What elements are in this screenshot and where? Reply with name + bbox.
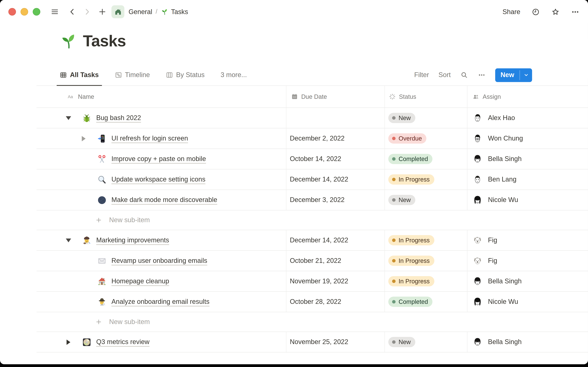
table-row[interactable]: Q3 metrics review November 25, 2022 New … [36, 332, 588, 352]
hamburger-menu-icon[interactable] [49, 6, 61, 18]
assign-cell[interactable]: Fig [467, 251, 588, 271]
due-date-cell[interactable]: December 14, 2022 [286, 169, 384, 190]
task-title[interactable]: Revamp user onboarding emails [112, 257, 207, 265]
column-header-assign[interactable]: Assign [467, 86, 588, 108]
task-title[interactable]: Marketing improvements [96, 236, 169, 244]
assign-cell[interactable]: Ben Lang [467, 169, 588, 190]
table-row[interactable]: Update workspace setting icons December … [36, 169, 588, 190]
clock-history-icon[interactable] [531, 7, 540, 16]
status-cell[interactable]: New [384, 332, 467, 352]
toggle-icon [81, 156, 86, 162]
status-cell[interactable]: Overdue [384, 128, 467, 149]
status-pill[interactable]: In Progress [388, 235, 434, 245]
column-header-due-date[interactable]: Due Date [286, 86, 384, 108]
tab-by-status[interactable]: By Status [163, 65, 208, 86]
task-title[interactable]: Analyze onboarding email results [112, 298, 209, 306]
table-row[interactable]: Marketing improvements December 14, 2022… [36, 230, 588, 251]
status-pill[interactable]: In Progress [388, 256, 434, 266]
table-row[interactable]: Make dark mode more discoverable Decembe… [36, 190, 588, 210]
task-title[interactable]: Improve copy + paste on mobile [112, 155, 206, 163]
table-row[interactable]: Improve copy + paste on mobile October 1… [36, 149, 588, 169]
table-row[interactable]: Analyze onboarding email results October… [36, 292, 588, 312]
zoom-button[interactable] [33, 8, 40, 16]
beetle-icon [82, 113, 92, 123]
toggle-collapsed-icon[interactable] [66, 339, 71, 345]
task-title[interactable]: Update workspace setting icons [112, 175, 206, 184]
assign-cell[interactable]: Bella Singh [467, 149, 588, 169]
status-pill[interactable]: New [388, 113, 415, 123]
due-date-cell[interactable]: December 2, 2022 [286, 128, 384, 149]
status-cell[interactable]: Completed [384, 292, 467, 312]
home-icon[interactable] [112, 5, 124, 18]
due-date: December 14, 2022 [290, 236, 348, 244]
due-date-cell[interactable]: October 28, 2022 [286, 292, 384, 312]
table-row[interactable]: Revamp user onboarding emails October 21… [36, 251, 588, 271]
back-button[interactable] [66, 6, 78, 18]
status-cell[interactable]: In Progress [384, 230, 467, 250]
assign-cell[interactable]: Nicole Wu [467, 292, 588, 312]
assign-cell[interactable]: Won Chung [467, 128, 588, 149]
column-header-name[interactable]: Name [36, 86, 286, 108]
assign-cell[interactable]: Bella Singh [467, 332, 588, 352]
minimize-button[interactable] [20, 8, 28, 16]
toggle-expanded-icon[interactable] [66, 115, 71, 121]
task-title[interactable]: UI refresh for login screen [112, 134, 188, 142]
assign-cell[interactable]: Fig [467, 230, 588, 250]
column-header-status[interactable]: Status [384, 86, 467, 108]
forward-button[interactable] [81, 6, 93, 18]
new-sub-item-row[interactable]: New sub-item [36, 210, 588, 230]
breadcrumb-workspace[interactable]: General [129, 8, 152, 16]
new-dropdown-button[interactable] [520, 68, 532, 82]
table-row[interactable]: Homepage cleanup November 19, 2022 In Pr… [36, 271, 588, 292]
task-title[interactable]: Homepage cleanup [112, 277, 169, 285]
new-sub-item-row[interactable]: New sub-item [36, 312, 588, 332]
due-date-cell[interactable]: November 19, 2022 [286, 271, 384, 291]
due-date-cell[interactable]: October 14, 2022 [286, 149, 384, 169]
ellipsis-more-icon[interactable] [478, 71, 486, 79]
due-date-cell[interactable]: December 3, 2022 [286, 190, 384, 210]
breadcrumb: General / Tasks [129, 8, 188, 16]
assign-cell[interactable]: Bella Singh [467, 271, 588, 291]
filter-button[interactable]: Filter [414, 71, 429, 79]
status-pill[interactable]: New [388, 195, 415, 205]
task-title[interactable]: Q3 metrics review [96, 338, 149, 346]
status-pill[interactable]: In Progress [388, 174, 434, 184]
task-title[interactable]: Make dark mode more discoverable [112, 196, 217, 204]
status-pill[interactable]: Completed [388, 297, 432, 307]
task-title[interactable]: Bug bash 2022 [96, 114, 141, 122]
status-cell[interactable]: New [384, 190, 467, 210]
status-cell[interactable]: New [384, 108, 467, 128]
toggle-collapsed-icon[interactable] [81, 136, 86, 141]
tab-all-tasks[interactable]: All Tasks [57, 65, 102, 86]
view-toolbar: Filter Sort New [414, 65, 532, 85]
status-pill[interactable]: Overdue [388, 133, 426, 144]
share-button[interactable]: Share [502, 8, 520, 16]
sort-button[interactable]: Sort [439, 71, 451, 79]
close-button[interactable] [9, 8, 16, 16]
due-date-cell[interactable] [286, 108, 384, 128]
search-icon[interactable] [460, 71, 468, 79]
toggle-expanded-icon[interactable] [66, 238, 71, 243]
status-cell[interactable]: Completed [384, 149, 467, 169]
status-cell[interactable]: In Progress [384, 271, 467, 291]
due-date-cell[interactable]: October 21, 2022 [286, 251, 384, 271]
status-pill[interactable]: In Progress [388, 276, 434, 286]
tab-timeline[interactable]: Timeline [112, 65, 153, 86]
toggle-icon [81, 299, 86, 304]
due-date-cell[interactable]: December 14, 2022 [286, 230, 384, 250]
star-favorite-icon[interactable] [551, 7, 560, 16]
ellipsis-more-icon[interactable] [571, 7, 579, 16]
breadcrumb-page[interactable]: Tasks [171, 8, 188, 16]
table-row[interactable]: UI refresh for login screen December 2, … [36, 128, 588, 149]
status-pill[interactable]: New [388, 337, 415, 347]
table-row[interactable]: Bug bash 2022 New Alex Hao [36, 108, 588, 128]
assign-cell[interactable]: Alex Hao [467, 108, 588, 128]
due-date-cell[interactable]: November 25, 2022 [286, 332, 384, 352]
new-button[interactable]: New [495, 68, 532, 82]
assign-cell[interactable]: Nicole Wu [467, 190, 588, 210]
new-page-button[interactable] [96, 6, 108, 18]
status-cell[interactable]: In Progress [384, 169, 467, 190]
tab-more-views[interactable]: 3 more... [218, 65, 250, 86]
status-cell[interactable]: In Progress [384, 251, 467, 271]
status-pill[interactable]: Completed [388, 154, 432, 164]
